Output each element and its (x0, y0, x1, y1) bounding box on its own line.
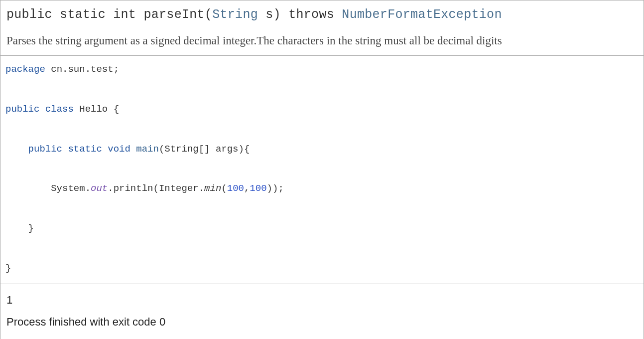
code-text: System. (51, 183, 91, 194)
code-text: (String[] args){ (159, 144, 250, 155)
num-literal: 100 (227, 183, 244, 194)
method-signature: public static int parseInt(String s) thr… (6, 7, 638, 22)
brace-close: } (28, 223, 34, 234)
console-output: 1 Process finished with exit code 0 (0, 284, 644, 339)
code-text: Hello { (74, 104, 119, 115)
kw-class: class (45, 104, 74, 115)
code-section: package cn.sun.test; public class Hello … (0, 56, 644, 284)
sig-param-type: String (212, 7, 258, 22)
paren-close: )); (267, 183, 284, 194)
method-min: min (204, 183, 221, 194)
signature-section: public static int parseInt(String s) thr… (0, 0, 644, 56)
kw-public: public (28, 144, 62, 155)
kw-void: void (108, 144, 130, 155)
kw-package: package (5, 64, 45, 75)
kw-public: public (5, 104, 39, 115)
doc-container: public static int parseInt(String s) thr… (0, 0, 644, 339)
indent (5, 144, 28, 155)
sig-exception-type: NumberFormatException (342, 7, 502, 22)
code-text: .println(Integer. (108, 183, 204, 194)
sig-prefix: public static int parseInt( (6, 7, 212, 22)
code-block: package cn.sun.test; public class Hello … (0, 56, 644, 284)
num-literal: 100 (250, 183, 266, 194)
comma: , (244, 183, 250, 194)
output-line: Process finished with exit code 0 (6, 311, 638, 333)
field-out: out (91, 183, 108, 194)
paren-open: ( (221, 183, 227, 194)
code-text: cn.sun.test; (45, 64, 119, 75)
indent (5, 223, 28, 234)
sig-param-name: s) throws (258, 7, 342, 22)
output-section: 1 Process finished with exit code 0 (0, 284, 644, 339)
method-description: Parses the string argument as a signed d… (6, 31, 638, 50)
indent (5, 183, 51, 194)
kw-static: static (68, 144, 102, 155)
method-main: main (136, 144, 159, 155)
brace-close: } (5, 263, 11, 274)
output-line: 1 (6, 289, 638, 311)
